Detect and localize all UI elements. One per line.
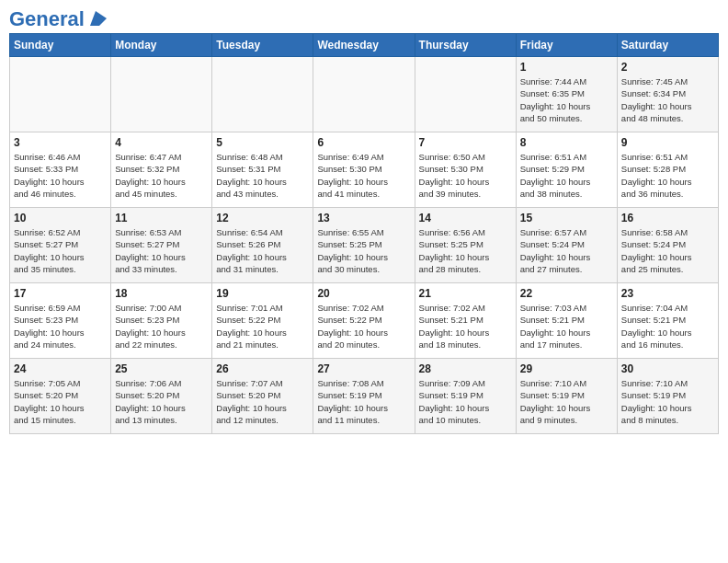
day-number: 2 <box>621 61 714 74</box>
calendar-cell: 20Sunrise: 7:02 AM Sunset: 5:22 PM Dayli… <box>313 283 415 359</box>
day-number: 6 <box>317 136 410 149</box>
day-number: 20 <box>317 287 410 300</box>
day-info: Sunrise: 6:50 AM Sunset: 5:30 PM Dayligh… <box>419 151 512 200</box>
weekday-header: Friday <box>516 34 617 57</box>
logo: General <box>9 9 107 26</box>
day-info: Sunrise: 7:03 AM Sunset: 5:21 PM Dayligh… <box>520 302 613 350</box>
day-number: 18 <box>115 287 208 300</box>
day-info: Sunrise: 7:10 AM Sunset: 5:19 PM Dayligh… <box>621 377 714 426</box>
day-number: 25 <box>115 362 208 375</box>
calendar-cell: 3Sunrise: 6:46 AM Sunset: 5:33 PM Daylig… <box>10 132 111 208</box>
calendar-cell: 5Sunrise: 6:48 AM Sunset: 5:31 PM Daylig… <box>212 132 313 208</box>
calendar-cell <box>313 57 415 132</box>
calendar-cell <box>415 57 516 132</box>
weekday-header: Sunday <box>10 34 111 57</box>
day-number: 5 <box>216 136 309 149</box>
day-info: Sunrise: 6:57 AM Sunset: 5:24 PM Dayligh… <box>520 226 613 275</box>
day-number: 26 <box>216 362 309 375</box>
day-info: Sunrise: 7:45 AM Sunset: 6:34 PM Dayligh… <box>621 75 714 124</box>
calendar-cell: 30Sunrise: 7:10 AM Sunset: 5:19 PM Dayli… <box>617 359 718 434</box>
calendar-cell: 28Sunrise: 7:09 AM Sunset: 5:19 PM Dayli… <box>415 359 516 434</box>
calendar-cell: 18Sunrise: 7:00 AM Sunset: 5:23 PM Dayli… <box>111 283 212 359</box>
day-info: Sunrise: 7:10 AM Sunset: 5:19 PM Dayligh… <box>520 377 613 426</box>
calendar-cell: 17Sunrise: 6:59 AM Sunset: 5:23 PM Dayli… <box>10 283 111 359</box>
calendar-cell: 21Sunrise: 7:02 AM Sunset: 5:21 PM Dayli… <box>415 283 516 359</box>
day-info: Sunrise: 6:56 AM Sunset: 5:25 PM Dayligh… <box>419 226 512 275</box>
calendar-cell: 24Sunrise: 7:05 AM Sunset: 5:20 PM Dayli… <box>10 359 111 434</box>
day-number: 12 <box>216 212 309 224</box>
calendar-cell: 12Sunrise: 6:54 AM Sunset: 5:26 PM Dayli… <box>212 208 313 283</box>
day-info: Sunrise: 7:06 AM Sunset: 5:20 PM Dayligh… <box>115 377 208 426</box>
day-info: Sunrise: 7:02 AM Sunset: 5:21 PM Dayligh… <box>419 302 512 350</box>
svg-marker-0 <box>90 11 107 26</box>
calendar-week-row: 24Sunrise: 7:05 AM Sunset: 5:20 PM Dayli… <box>10 359 719 434</box>
day-number: 24 <box>14 362 107 375</box>
calendar-cell: 14Sunrise: 6:56 AM Sunset: 5:25 PM Dayli… <box>415 208 516 283</box>
day-info: Sunrise: 7:08 AM Sunset: 5:19 PM Dayligh… <box>317 377 410 426</box>
day-info: Sunrise: 6:49 AM Sunset: 5:30 PM Dayligh… <box>317 151 410 200</box>
day-number: 11 <box>115 212 208 224</box>
day-info: Sunrise: 6:46 AM Sunset: 5:33 PM Dayligh… <box>14 151 107 200</box>
logo-text: General <box>9 9 85 29</box>
day-info: Sunrise: 6:55 AM Sunset: 5:25 PM Dayligh… <box>317 226 410 275</box>
day-info: Sunrise: 7:07 AM Sunset: 5:20 PM Dayligh… <box>216 377 309 426</box>
day-number: 28 <box>419 362 512 375</box>
day-info: Sunrise: 7:44 AM Sunset: 6:35 PM Dayligh… <box>520 75 613 124</box>
day-info: Sunrise: 6:54 AM Sunset: 5:26 PM Dayligh… <box>216 226 309 275</box>
calendar-cell: 27Sunrise: 7:08 AM Sunset: 5:19 PM Dayli… <box>313 359 415 434</box>
calendar-cell: 19Sunrise: 7:01 AM Sunset: 5:22 PM Dayli… <box>212 283 313 359</box>
day-number: 3 <box>14 136 107 149</box>
day-number: 10 <box>14 212 107 224</box>
day-info: Sunrise: 6:53 AM Sunset: 5:27 PM Dayligh… <box>115 226 208 275</box>
day-info: Sunrise: 7:09 AM Sunset: 5:19 PM Dayligh… <box>419 377 512 426</box>
calendar-week-row: 17Sunrise: 6:59 AM Sunset: 5:23 PM Dayli… <box>10 283 719 359</box>
day-info: Sunrise: 7:05 AM Sunset: 5:20 PM Dayligh… <box>14 377 107 426</box>
calendar-cell: 1Sunrise: 7:44 AM Sunset: 6:35 PM Daylig… <box>516 57 617 132</box>
day-info: Sunrise: 6:58 AM Sunset: 5:24 PM Dayligh… <box>621 226 714 275</box>
calendar-cell: 7Sunrise: 6:50 AM Sunset: 5:30 PM Daylig… <box>415 132 516 208</box>
weekday-header: Thursday <box>415 34 516 57</box>
day-info: Sunrise: 7:01 AM Sunset: 5:22 PM Dayligh… <box>216 302 309 350</box>
calendar-week-row: 1Sunrise: 7:44 AM Sunset: 6:35 PM Daylig… <box>10 57 719 132</box>
calendar-header-row: SundayMondayTuesdayWednesdayThursdayFrid… <box>10 34 719 57</box>
day-number: 19 <box>216 287 309 300</box>
day-number: 16 <box>621 212 714 224</box>
weekday-header: Tuesday <box>212 34 313 57</box>
calendar-cell: 22Sunrise: 7:03 AM Sunset: 5:21 PM Dayli… <box>516 283 617 359</box>
day-number: 1 <box>520 61 613 74</box>
day-number: 9 <box>621 136 714 149</box>
day-number: 22 <box>520 287 613 300</box>
calendar-cell: 11Sunrise: 6:53 AM Sunset: 5:27 PM Dayli… <box>111 208 212 283</box>
page-header: General <box>9 9 719 26</box>
logo-icon <box>86 9 107 26</box>
day-info: Sunrise: 6:51 AM Sunset: 5:28 PM Dayligh… <box>621 151 714 200</box>
calendar-cell: 26Sunrise: 7:07 AM Sunset: 5:20 PM Dayli… <box>212 359 313 434</box>
calendar-week-row: 10Sunrise: 6:52 AM Sunset: 5:27 PM Dayli… <box>10 208 719 283</box>
day-number: 29 <box>520 362 613 375</box>
calendar-cell: 25Sunrise: 7:06 AM Sunset: 5:20 PM Dayli… <box>111 359 212 434</box>
day-info: Sunrise: 6:52 AM Sunset: 5:27 PM Dayligh… <box>14 226 107 275</box>
weekday-header: Wednesday <box>313 34 415 57</box>
day-info: Sunrise: 7:00 AM Sunset: 5:23 PM Dayligh… <box>115 302 208 350</box>
day-number: 4 <box>115 136 208 149</box>
day-number: 27 <box>317 362 410 375</box>
day-info: Sunrise: 6:51 AM Sunset: 5:29 PM Dayligh… <box>520 151 613 200</box>
day-number: 7 <box>419 136 512 149</box>
calendar-cell: 4Sunrise: 6:47 AM Sunset: 5:32 PM Daylig… <box>111 132 212 208</box>
day-info: Sunrise: 7:04 AM Sunset: 5:21 PM Dayligh… <box>621 302 714 350</box>
calendar-cell: 16Sunrise: 6:58 AM Sunset: 5:24 PM Dayli… <box>617 208 718 283</box>
day-info: Sunrise: 7:02 AM Sunset: 5:22 PM Dayligh… <box>317 302 410 350</box>
day-info: Sunrise: 6:59 AM Sunset: 5:23 PM Dayligh… <box>14 302 107 350</box>
calendar-cell: 29Sunrise: 7:10 AM Sunset: 5:19 PM Dayli… <box>516 359 617 434</box>
calendar-cell <box>111 57 212 132</box>
day-number: 8 <box>520 136 613 149</box>
calendar-table: SundayMondayTuesdayWednesdayThursdayFrid… <box>9 33 719 434</box>
day-number: 30 <box>621 362 714 375</box>
weekday-header: Monday <box>111 34 212 57</box>
day-number: 15 <box>520 212 613 224</box>
day-number: 21 <box>419 287 512 300</box>
calendar-cell: 2Sunrise: 7:45 AM Sunset: 6:34 PM Daylig… <box>617 57 718 132</box>
weekday-header: Saturday <box>617 34 718 57</box>
day-number: 23 <box>621 287 714 300</box>
day-number: 13 <box>317 212 410 224</box>
